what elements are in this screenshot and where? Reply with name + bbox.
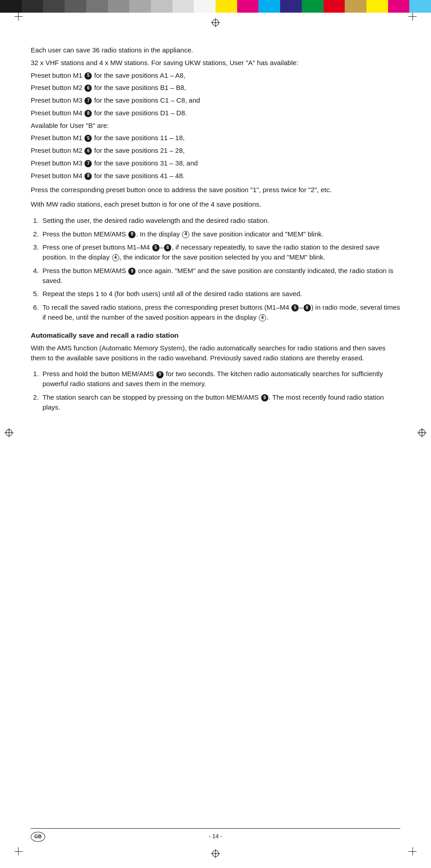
circle-4b: 4 bbox=[112, 254, 119, 261]
intro-para2: 32 x VHF stations and 4 x MW stations. F… bbox=[31, 58, 400, 68]
auto-steps-list: Press and hold the button MEM/AMS 9 for … bbox=[41, 369, 400, 412]
page-content: Each user can save 36 radio stations in … bbox=[0, 0, 431, 453]
gb-badge: GB bbox=[31, 832, 45, 842]
footer-line bbox=[31, 828, 400, 829]
user-b-line4: Preset button M4 8 for the save position… bbox=[31, 171, 400, 181]
circle-8c: 8 bbox=[164, 244, 171, 251]
user-b-line3: Preset button M3 7 for the save position… bbox=[31, 158, 400, 168]
page-number: - 14 - bbox=[209, 832, 222, 841]
press-note1: Press the corresponding preset button on… bbox=[31, 185, 400, 195]
circle-7: 7 bbox=[84, 97, 92, 104]
step-5: Repeat the steps 1 to 4 (for both users)… bbox=[41, 289, 400, 299]
step-6: To recall the saved radio stations, pres… bbox=[41, 302, 400, 322]
user-b-line1: Preset button M1 5 for the save position… bbox=[31, 133, 400, 143]
circle-9b: 9 bbox=[128, 268, 136, 275]
step-2: Press the button MEM/AMS 9. In the displ… bbox=[41, 229, 400, 239]
circle-4a: 4 bbox=[182, 231, 189, 238]
footer-bottom: GB - 14 - bbox=[31, 832, 400, 841]
circle-9d: 9 bbox=[261, 394, 268, 401]
step-1: Setting the user, the desired radio wave… bbox=[41, 216, 400, 226]
circle-8d: 8 bbox=[304, 304, 311, 311]
circle-5: 5 bbox=[84, 72, 92, 80]
circle-8a: 8 bbox=[84, 110, 92, 117]
circle-4c: 4 bbox=[259, 314, 266, 321]
reg-mark-bottom bbox=[210, 848, 221, 859]
circle-7b: 7 bbox=[84, 160, 92, 167]
press-note2: With MW radio stations, each preset butt… bbox=[31, 199, 400, 209]
auto-heading: Automatically save and recall a radio st… bbox=[31, 330, 400, 340]
step-3: Press one of preset buttons M1–M4 5–8, i… bbox=[41, 242, 400, 262]
page-footer: GB - 14 - bbox=[0, 828, 431, 841]
auto-step-2: The station search can be stopped by pre… bbox=[41, 392, 400, 412]
intro-para1: Each user can save 36 radio stations in … bbox=[31, 45, 400, 55]
circle-5d: 5 bbox=[291, 304, 299, 311]
user-a-line4: Preset button M4 8 for the save position… bbox=[31, 108, 400, 118]
user-b-line2: Preset button M2 6 for the save position… bbox=[31, 146, 400, 156]
circle-9c: 9 bbox=[156, 371, 164, 378]
user-a-line1: Preset button M1 5 for the save position… bbox=[31, 71, 400, 80]
auto-intro: With the AMS function (Automatic Memory … bbox=[31, 343, 400, 363]
corner-mark-bl-h bbox=[14, 851, 23, 852]
corner-mark-br-v bbox=[412, 847, 413, 855]
circle-6: 6 bbox=[84, 85, 92, 92]
user-a-line3: Preset button M3 7 for the save position… bbox=[31, 95, 400, 105]
circle-5b: 5 bbox=[84, 135, 92, 142]
user-b-label: Available for User "B" are: bbox=[31, 121, 400, 131]
circle-5c: 5 bbox=[152, 244, 159, 251]
circle-6b: 6 bbox=[84, 147, 92, 155]
auto-step-1: Press and hold the button MEM/AMS 9 for … bbox=[41, 369, 400, 389]
corner-mark-bl-v bbox=[18, 847, 19, 855]
step-4: Press the button MEM/AMS 9 once again. "… bbox=[41, 266, 400, 286]
circle-9a: 9 bbox=[128, 231, 136, 238]
steps-list: Setting the user, the desired radio wave… bbox=[41, 216, 400, 322]
user-a-line2: Preset button M2 6 for the save position… bbox=[31, 83, 400, 93]
circle-8b: 8 bbox=[84, 173, 92, 180]
